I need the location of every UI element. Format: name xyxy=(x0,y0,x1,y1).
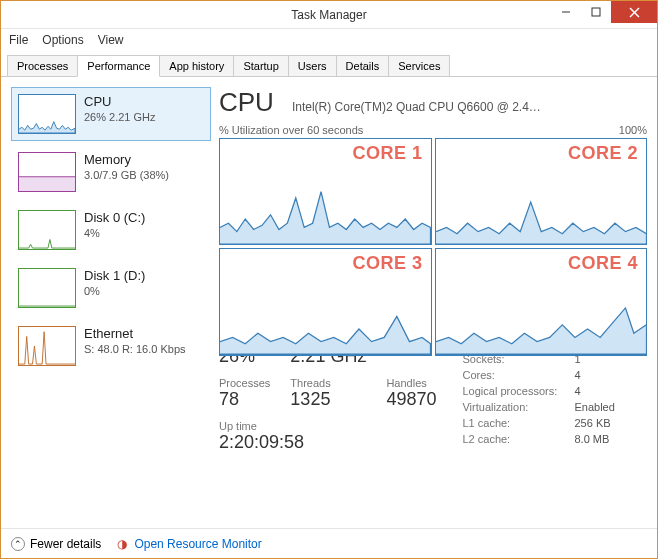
task-manager-window: Task Manager File Options View Processes… xyxy=(0,0,658,559)
footer: ⌃ Fewer details ◑ Open Resource Monitor xyxy=(1,528,657,558)
thr-label: Threads xyxy=(290,377,366,389)
core-4-chart[interactable]: CORE 4 xyxy=(435,248,648,355)
core-2-label: CORE 2 xyxy=(568,143,638,164)
hnd-value: 49870 xyxy=(386,389,436,410)
sidebar-disk0-sub: 4% xyxy=(84,227,145,239)
core-3-label: CORE 3 xyxy=(352,253,422,274)
l1-val: 256 KB xyxy=(574,416,626,430)
uptime-label: Up time xyxy=(219,420,436,432)
sidebar-disk0-name: Disk 0 (C:) xyxy=(84,210,145,225)
cpu-thumb-icon xyxy=(18,94,76,134)
thr-value: 1325 xyxy=(290,389,366,410)
fewer-details-label: Fewer details xyxy=(30,537,101,551)
tab-startup[interactable]: Startup xyxy=(233,55,288,76)
tab-services[interactable]: Services xyxy=(388,55,450,76)
cores-val: 4 xyxy=(574,368,626,382)
core-1-label: CORE 1 xyxy=(352,143,422,164)
disk1-thumb-icon xyxy=(18,268,76,308)
menu-view[interactable]: View xyxy=(98,33,124,47)
sidebar-item-disk0[interactable]: Disk 0 (C:) 4% xyxy=(11,203,211,257)
sidebar: CPU 26% 2.21 GHz Memory 3.0/7.9 GB (38%) xyxy=(11,87,211,524)
proc-value: 78 xyxy=(219,389,270,410)
menubar: File Options View xyxy=(1,29,657,51)
chart-label: % Utilization over 60 seconds 100% xyxy=(219,124,647,136)
main-panel: CPU Intel(R) Core(TM)2 Quad CPU Q6600 @ … xyxy=(219,87,647,524)
virt-val: Enabled xyxy=(574,400,626,414)
tab-apphistory[interactable]: App history xyxy=(159,55,234,76)
main-header: CPU Intel(R) Core(TM)2 Quad CPU Q6600 @ … xyxy=(219,87,647,118)
minimize-button[interactable] xyxy=(551,1,581,23)
l2-lbl: L2 cache: xyxy=(462,432,572,446)
sidebar-item-memory[interactable]: Memory 3.0/7.9 GB (38%) xyxy=(11,145,211,199)
chevron-up-icon: ⌃ xyxy=(11,537,25,551)
sidebar-disk1-name: Disk 1 (D:) xyxy=(84,268,145,283)
hnd-label: Handles xyxy=(386,377,436,389)
titlebar[interactable]: Task Manager xyxy=(1,1,657,29)
body: CPU 26% 2.21 GHz Memory 3.0/7.9 GB (38%) xyxy=(1,77,657,528)
uptime-value: 2:20:09:58 xyxy=(219,432,436,453)
open-resource-monitor-link[interactable]: ◑ Open Resource Monitor xyxy=(115,537,261,551)
core-3-chart[interactable]: CORE 3 xyxy=(219,248,432,355)
svg-rect-1 xyxy=(592,8,600,16)
sidebar-disk1-sub: 0% xyxy=(84,285,145,297)
virt-lbl: Virtualization: xyxy=(462,400,572,414)
core-1-chart[interactable]: CORE 1 xyxy=(219,138,432,245)
main-title: CPU xyxy=(219,87,274,118)
sidebar-memory-name: Memory xyxy=(84,152,169,167)
menu-file[interactable]: File xyxy=(9,33,28,47)
sidebar-item-cpu[interactable]: CPU 26% 2.21 GHz xyxy=(11,87,211,141)
sidebar-cpu-name: CPU xyxy=(84,94,156,109)
lps-lbl: Logical processors: xyxy=(462,384,572,398)
tab-users[interactable]: Users xyxy=(288,55,337,76)
l2-val: 8.0 MB xyxy=(574,432,626,446)
lps-val: 4 xyxy=(574,384,626,398)
cpu-model: Intel(R) Core(TM)2 Quad CPU Q6600 @ 2.4… xyxy=(292,100,647,114)
cores-lbl: Cores: xyxy=(462,368,572,382)
window-controls xyxy=(551,1,657,23)
chart-label-left: % Utilization over 60 seconds xyxy=(219,124,363,136)
proc-label: Processes xyxy=(219,377,270,389)
menu-options[interactable]: Options xyxy=(42,33,83,47)
core-charts: CORE 1 CORE 2 CORE 3 CORE 4 xyxy=(219,138,647,320)
sidebar-memory-sub: 3.0/7.9 GB (38%) xyxy=(84,169,169,181)
fewer-details-button[interactable]: ⌃ Fewer details xyxy=(11,537,101,551)
core-4-label: CORE 4 xyxy=(568,253,638,274)
l1-lbl: L1 cache: xyxy=(462,416,572,430)
window-title: Task Manager xyxy=(291,8,366,22)
tabs: Processes Performance App history Startu… xyxy=(1,51,657,77)
sidebar-cpu-sub: 26% 2.21 GHz xyxy=(84,111,156,123)
chart-label-right: 100% xyxy=(619,124,647,136)
sidebar-ethernet-sub: S: 48.0 R: 16.0 Kbps xyxy=(84,343,186,355)
tab-processes[interactable]: Processes xyxy=(7,55,78,76)
sidebar-item-disk1[interactable]: Disk 1 (D:) 0% xyxy=(11,261,211,315)
sidebar-ethernet-name: Ethernet xyxy=(84,326,186,341)
memory-thumb-icon xyxy=(18,152,76,192)
resource-monitor-label: Open Resource Monitor xyxy=(134,537,261,551)
ethernet-thumb-icon xyxy=(18,326,76,366)
svg-rect-4 xyxy=(19,177,75,191)
maximize-button[interactable] xyxy=(581,1,611,23)
core-2-chart[interactable]: CORE 2 xyxy=(435,138,648,245)
resource-monitor-icon: ◑ xyxy=(115,537,129,551)
tab-performance[interactable]: Performance xyxy=(77,55,160,77)
close-button[interactable] xyxy=(611,1,657,23)
disk0-thumb-icon xyxy=(18,210,76,250)
tab-details[interactable]: Details xyxy=(336,55,390,76)
sidebar-item-ethernet[interactable]: Ethernet S: 48.0 R: 16.0 Kbps xyxy=(11,319,211,373)
